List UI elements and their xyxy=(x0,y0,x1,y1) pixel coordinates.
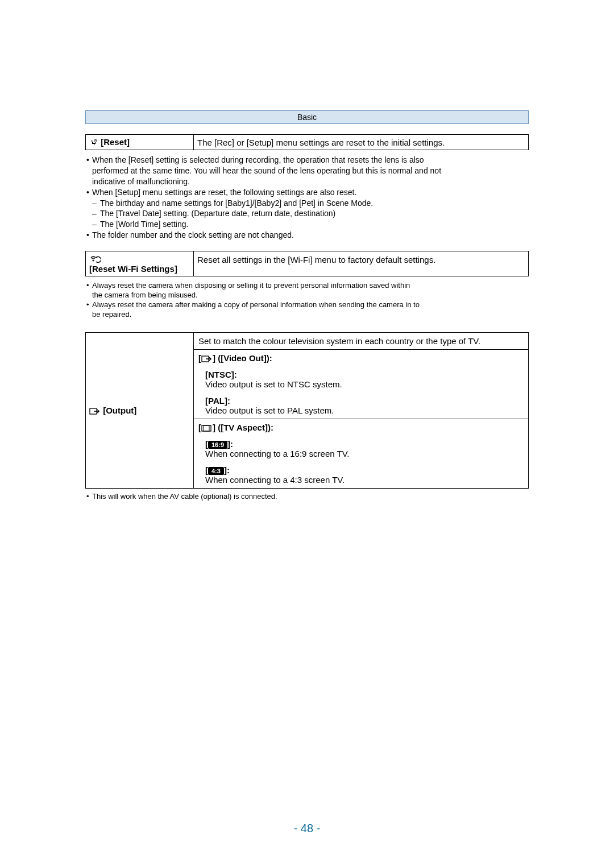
reset-table: R [Reset] The [Rec] or [Setup] menu sett… xyxy=(85,134,529,150)
tv-aspect-cell: [] ([TV Aspect]): [16:9]: When connectin… xyxy=(194,419,529,488)
video-out-head: ] ([Video Out]): xyxy=(213,353,272,363)
tv-aspect-head: ] ([TV Aspect]): xyxy=(213,423,273,432)
wifi-reset-table: [Reset Wi-Fi Settings] Reset all setting… xyxy=(85,251,529,276)
note-text: performed at the same time. You will hea… xyxy=(92,166,441,176)
table-row: R [Reset] The [Rec] or [Setup] menu sett… xyxy=(86,135,529,150)
video-out-cell: [] ([Video Out]): [NTSC]: Video output i… xyxy=(194,349,529,419)
note-text: When [Setup] menu settings are reset, th… xyxy=(92,187,356,198)
svg-rect-3 xyxy=(202,425,211,431)
wifi-label-cell: [Reset Wi-Fi Settings] xyxy=(86,251,194,276)
note-text: When the [Reset] setting is selected dur… xyxy=(92,155,424,166)
wifi-notes: •Always reset the camera when disposing … xyxy=(86,281,529,320)
ratio-43-desc: When connecting to a 4:3 screen TV. xyxy=(205,475,524,485)
page-number: - 48 - xyxy=(0,822,614,835)
pal-desc: Video output is set to PAL system. xyxy=(205,406,524,415)
note-text: The birthday and name settings for [Baby… xyxy=(100,198,373,209)
wifi-reset-icon xyxy=(89,255,101,264)
ratio-43-badge: 4:3 xyxy=(208,467,224,475)
ratio-169-suffix: ]: xyxy=(227,439,233,449)
note-text: be repaired. xyxy=(92,310,131,320)
video-out-icon xyxy=(201,355,213,363)
note-text: The [World Time] setting. xyxy=(100,219,188,230)
wifi-label: [Reset Wi-Fi Settings] xyxy=(89,264,177,274)
note-text: Always reset the camera when disposing o… xyxy=(92,281,410,291)
pal-label: [PAL]: xyxy=(205,396,524,406)
output-desc: Set to match the colour television syste… xyxy=(194,332,529,349)
wifi-desc: Reset all settings in the [Wi-Fi] menu t… xyxy=(194,251,529,276)
reset-notes: •When the [Reset] setting is selected du… xyxy=(86,155,529,241)
output-label: [Output] xyxy=(103,406,136,415)
output-table: [Output] Set to match the colour televis… xyxy=(85,332,529,489)
ntsc-label: [NTSC]: xyxy=(205,370,524,379)
ratio-169-badge: 16:9 xyxy=(208,441,227,449)
ratio-43-suffix: ]: xyxy=(224,465,230,475)
reset-label-cell: R [Reset] xyxy=(86,135,194,150)
note-text: Always reset the camera after making a c… xyxy=(92,300,420,310)
svg-rect-4 xyxy=(204,425,209,431)
table-row: [Output] Set to match the colour televis… xyxy=(86,332,529,349)
note-text: The [Travel Date] setting. (Departure da… xyxy=(100,208,335,219)
note-text: the camera from being misused. xyxy=(92,291,198,300)
page-content: Basic R [Reset] The [Rec] or [Setup] men… xyxy=(0,0,614,502)
reset-label: [Reset] xyxy=(101,137,130,147)
reset-icon: R xyxy=(89,138,98,147)
reset-desc: The [Rec] or [Setup] menu settings are r… xyxy=(194,135,529,150)
output-label-cell: [Output] xyxy=(86,332,194,488)
output-note: This will work when the AV cable (option… xyxy=(92,492,277,502)
section-header: Basic xyxy=(85,110,529,124)
output-note-block: •This will work when the AV cable (optio… xyxy=(86,492,529,502)
note-text: The folder number and the clock setting … xyxy=(92,230,294,241)
svg-text:R: R xyxy=(94,139,97,142)
table-row: [Reset Wi-Fi Settings] Reset all setting… xyxy=(86,251,529,276)
ntsc-desc: Video output is set to NTSC system. xyxy=(205,379,524,389)
ratio-169-desc: When connecting to a 16:9 screen TV. xyxy=(205,449,524,458)
output-icon xyxy=(89,407,101,415)
note-text: indicative of malfunctioning. xyxy=(92,176,190,187)
tv-aspect-icon xyxy=(201,424,213,432)
